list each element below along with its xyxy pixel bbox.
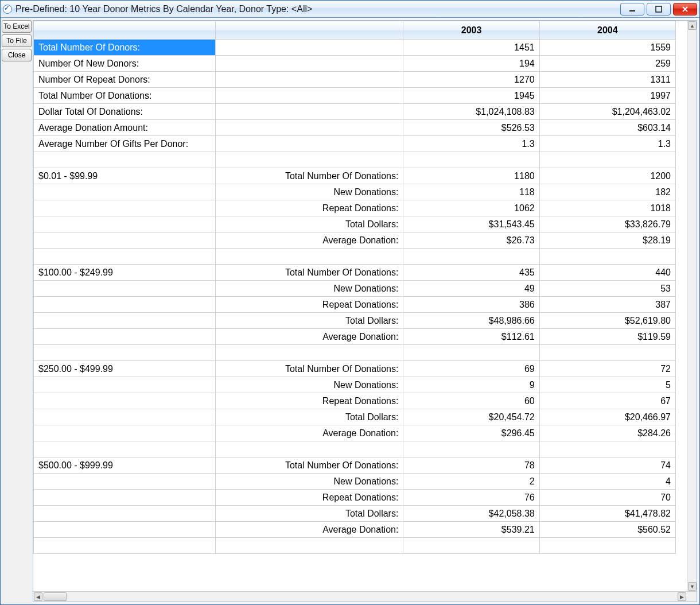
value-2004[interactable]: 67	[539, 393, 675, 409]
table-row[interactable]: $250.00 - $499.99Total Number Of Donatio…	[34, 361, 676, 377]
value-2003[interactable]: 118	[403, 184, 539, 200]
data-grid-scroll[interactable]: 2003 2004 Total Number Of Donors:1451155…	[33, 21, 697, 591]
value-2003[interactable]: 9	[403, 377, 539, 393]
value-2003[interactable]: 1062	[403, 200, 539, 216]
scroll-left-icon[interactable]: ◀	[34, 592, 42, 601]
table-row[interactable]: Repeat Donations:6067	[34, 393, 676, 409]
empty-cell[interactable]	[216, 441, 403, 457]
range-label[interactable]: $500.00 - $999.99	[34, 457, 216, 474]
to-file-button[interactable]: To File	[2, 34, 32, 47]
sub-metric-label[interactable]: Total Dollars:	[216, 216, 403, 232]
value-2004[interactable]: 53	[539, 281, 675, 297]
table-row[interactable]: Total Number Of Donations:19451997	[34, 88, 676, 104]
table-row[interactable]: Average Donation:$112.61$119.59	[34, 329, 676, 345]
empty-cell[interactable]	[34, 313, 216, 329]
close-window-button[interactable]	[673, 3, 697, 15]
value-2003[interactable]: $296.45	[403, 425, 539, 441]
empty-cell[interactable]	[34, 232, 216, 249]
empty-cell[interactable]	[216, 104, 403, 120]
metric-label[interactable]: Average Number Of Gifts Per Donor:	[34, 136, 216, 152]
empty-cell[interactable]	[403, 345, 539, 361]
empty-cell[interactable]	[216, 72, 403, 88]
value-2004[interactable]: 1200	[539, 168, 675, 184]
range-label[interactable]: $100.00 - $249.99	[34, 265, 216, 281]
table-row[interactable]: Total Dollars:$20,454.72$20,466.97	[34, 409, 676, 425]
empty-cell[interactable]	[34, 409, 216, 425]
empty-cell[interactable]	[216, 152, 403, 168]
value-2003[interactable]: 1945	[403, 88, 539, 104]
value-2003[interactable]: $1,024,108.83	[403, 104, 539, 120]
empty-cell[interactable]	[539, 249, 675, 265]
value-2003[interactable]: 78	[403, 457, 539, 474]
empty-cell[interactable]	[403, 441, 539, 457]
empty-cell[interactable]	[34, 297, 216, 313]
sub-metric-label[interactable]: Repeat Donations:	[216, 200, 403, 216]
table-row[interactable]: Average Number Of Gifts Per Donor:1.31.3	[34, 136, 676, 152]
value-2004[interactable]: 387	[539, 297, 675, 313]
table-row[interactable]: New Donations:4953	[34, 281, 676, 297]
header-col-2004[interactable]: 2004	[539, 21, 675, 40]
value-2004[interactable]: $603.14	[539, 120, 675, 136]
range-label[interactable]: $0.01 - $99.99	[34, 168, 216, 184]
empty-cell[interactable]	[34, 249, 216, 265]
value-2004[interactable]: 72	[539, 361, 675, 377]
empty-cell[interactable]	[34, 216, 216, 232]
range-label[interactable]: $250.00 - $499.99	[34, 361, 216, 377]
data-grid[interactable]: 2003 2004 Total Number Of Donors:1451155…	[33, 21, 676, 554]
empty-cell[interactable]	[34, 393, 216, 409]
empty-cell[interactable]	[539, 152, 675, 168]
table-row[interactable]: $100.00 - $249.99Total Number Of Donatio…	[34, 265, 676, 281]
metric-label[interactable]: Total Number Of Donations:	[34, 88, 216, 104]
metric-label[interactable]: Total Number Of Donors:	[34, 40, 216, 56]
empty-cell[interactable]	[403, 249, 539, 265]
empty-cell[interactable]	[216, 88, 403, 104]
empty-cell[interactable]	[216, 56, 403, 72]
empty-cell[interactable]	[34, 441, 216, 457]
maximize-button[interactable]	[647, 3, 671, 15]
table-row[interactable]: New Donations:24	[34, 474, 676, 490]
value-2003[interactable]: $112.61	[403, 329, 539, 345]
scroll-thumb[interactable]	[44, 592, 67, 601]
value-2004[interactable]: $284.26	[539, 425, 675, 441]
vertical-scrollbar[interactable]: ▲ ▼	[687, 21, 697, 591]
sub-metric-label[interactable]: Total Dollars:	[216, 409, 403, 425]
value-2003[interactable]: 76	[403, 490, 539, 506]
table-row[interactable]: Total Dollars:$48,986.66$52,619.80	[34, 313, 676, 329]
value-2004[interactable]: 182	[539, 184, 675, 200]
value-2004[interactable]: 1018	[539, 200, 675, 216]
sub-metric-label[interactable]: Average Donation:	[216, 329, 403, 345]
empty-cell[interactable]	[34, 522, 216, 538]
value-2003[interactable]: $31,543.45	[403, 216, 539, 232]
sub-metric-label[interactable]: Average Donation:	[216, 232, 403, 249]
sub-metric-label[interactable]: Average Donation:	[216, 425, 403, 441]
empty-cell[interactable]	[34, 200, 216, 216]
empty-cell[interactable]	[403, 152, 539, 168]
close-panel-button[interactable]: Close	[2, 49, 32, 61]
sub-metric-label[interactable]: Repeat Donations:	[216, 393, 403, 409]
value-2004[interactable]: 259	[539, 56, 675, 72]
table-row[interactable]: Total Number Of Donors:14511559	[34, 40, 676, 56]
horizontal-scrollbar[interactable]: ◀ ▶	[33, 591, 697, 602]
table-row[interactable]: Average Donation:$26.73$28.19	[34, 232, 676, 249]
value-2003[interactable]: 194	[403, 56, 539, 72]
header-col-0[interactable]	[34, 21, 216, 40]
value-2003[interactable]: 49	[403, 281, 539, 297]
titlebar[interactable]: Pre-Defined: 10 Year Donor Metrics By Ca…	[1, 1, 699, 18]
sub-metric-label[interactable]: Total Dollars:	[216, 313, 403, 329]
table-row[interactable]: $500.00 - $999.99Total Number Of Donatio…	[34, 457, 676, 474]
scroll-right-icon[interactable]: ▶	[678, 592, 686, 601]
metric-label[interactable]: Number Of Repeat Donors:	[34, 72, 216, 88]
sub-metric-label[interactable]: Total Number Of Donations:	[216, 265, 403, 281]
table-row[interactable]: Average Donation:$539.21$560.52	[34, 522, 676, 538]
value-2004[interactable]: 1.3	[539, 136, 675, 152]
table-row[interactable]: Total Dollars:$31,543.45$33,826.79	[34, 216, 676, 232]
value-2003[interactable]: $20,454.72	[403, 409, 539, 425]
value-2004[interactable]: 1559	[539, 40, 675, 56]
sub-metric-label[interactable]: Total Number Of Donations:	[216, 457, 403, 474]
value-2003[interactable]: 1270	[403, 72, 539, 88]
table-row[interactable]	[34, 249, 676, 265]
value-2004[interactable]: 440	[539, 265, 675, 281]
empty-cell[interactable]	[34, 474, 216, 490]
scroll-down-icon[interactable]: ▼	[688, 582, 697, 591]
empty-cell[interactable]	[34, 377, 216, 393]
